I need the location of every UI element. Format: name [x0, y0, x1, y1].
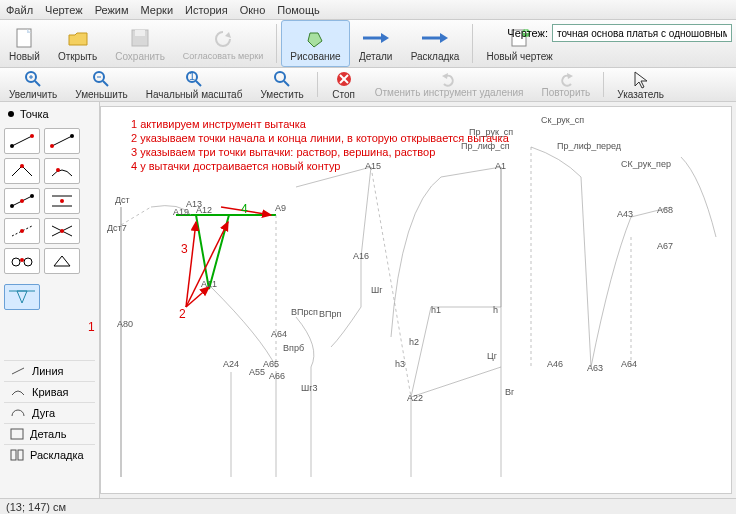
view-toolbar: Увеличить Уменьшить 1 Начальный масштаб … — [0, 68, 736, 102]
tool-9[interactable] — [4, 248, 40, 274]
drawing-name-field: Чертеж: — [507, 24, 732, 42]
svg-point-22 — [275, 72, 285, 82]
redo-button[interactable]: Повторить — [533, 68, 600, 101]
pt: Пр_лиф_перед — [557, 141, 621, 151]
svg-line-79 — [361, 167, 371, 257]
zoom-out-button[interactable]: Уменьшить — [66, 68, 136, 101]
zoom-in-button[interactable]: Увеличить — [0, 68, 66, 101]
layout-button[interactable]: Раскладка — [402, 20, 469, 67]
layout-icon — [10, 449, 24, 461]
detail-panel[interactable]: Деталь — [4, 423, 95, 444]
pt: А11 — [201, 279, 217, 289]
svg-rect-3 — [135, 30, 145, 36]
svg-line-55 — [54, 256, 62, 266]
tool-6[interactable] — [44, 188, 80, 214]
pt: Дст7 — [107, 223, 127, 233]
dart-tool[interactable] — [4, 284, 40, 310]
svg-line-78 — [296, 167, 371, 187]
drawing-icon — [304, 27, 326, 49]
svg-point-34 — [50, 144, 54, 148]
dart-tools — [4, 284, 95, 310]
pt: А80 — [117, 319, 133, 329]
pt: А43 — [617, 209, 633, 219]
menubar: Файл Чертеж Режим Мерки История Окно Пом… — [0, 0, 736, 20]
drawing-label: Чертеж: — [507, 27, 548, 39]
tool-8[interactable] — [44, 218, 80, 244]
layout-panel[interactable]: Раскладка — [4, 444, 95, 465]
pt: А64 — [271, 329, 287, 339]
svg-line-30 — [12, 136, 32, 146]
pt: Ск_рук_сп — [541, 115, 584, 125]
pt: А9 — [275, 203, 286, 213]
svg-line-86 — [441, 167, 501, 177]
svg-marker-27 — [442, 73, 448, 79]
svg-point-46 — [60, 199, 64, 203]
details-button[interactable]: Детали — [350, 20, 402, 67]
undo-button[interactable]: Отменить инструмент удаления — [366, 68, 533, 101]
svg-line-90 — [581, 177, 591, 367]
save-button[interactable]: Сохранить — [106, 20, 174, 67]
stop-button[interactable]: Стоп — [322, 68, 366, 101]
zoom-fit-button[interactable]: 1 Начальный масштаб — [137, 68, 252, 101]
agree-button[interactable]: Согласовать мерки — [174, 20, 272, 67]
pt: h2 — [409, 337, 419, 347]
pt: А15 — [365, 161, 381, 171]
point-section[interactable]: Точка — [4, 106, 95, 122]
tool-2[interactable] — [44, 128, 80, 154]
svg-marker-8 — [440, 33, 448, 43]
pt: А67 — [657, 241, 673, 251]
drawing-mode-button[interactable]: Рисование — [281, 20, 349, 67]
tool-7[interactable] — [4, 218, 40, 244]
menu-window[interactable]: Окно — [240, 4, 266, 16]
svg-rect-63 — [18, 450, 23, 460]
menu-help[interactable]: Помощь — [277, 4, 320, 16]
svg-line-37 — [22, 166, 32, 176]
svg-line-17 — [103, 81, 108, 86]
zoom-reset-icon: 1 — [185, 70, 203, 88]
new-button[interactable]: Новый — [0, 20, 49, 67]
pt: Дст — [115, 195, 130, 205]
new-icon — [13, 27, 35, 49]
svg-point-41 — [10, 204, 14, 208]
point-label: Точка — [20, 108, 49, 120]
pt: Пр_рук_сп — [469, 127, 513, 137]
pointer-button[interactable]: Указатель — [608, 68, 673, 101]
pt: h — [493, 305, 498, 315]
svg-line-56 — [62, 256, 70, 266]
curve-panel[interactable]: Кривая — [4, 381, 95, 402]
svg-point-31 — [10, 144, 14, 148]
pt: Вг — [505, 387, 514, 397]
tool-3[interactable] — [4, 158, 40, 184]
tool-10[interactable] — [44, 248, 80, 274]
pt: А55 — [249, 367, 265, 377]
svg-rect-61 — [11, 429, 23, 439]
fit-button[interactable]: Уместить — [251, 68, 312, 101]
pt: А1 — [495, 161, 506, 171]
line-panel[interactable]: Линия — [4, 360, 95, 381]
zoom-in-icon — [24, 70, 42, 88]
svg-line-68 — [186, 287, 209, 307]
svg-point-38 — [20, 164, 24, 168]
tool-4[interactable] — [44, 158, 80, 184]
status-coords: (13; 147) см — [6, 501, 66, 513]
pt: А66 — [269, 371, 285, 381]
menu-measures[interactable]: Мерки — [141, 4, 173, 16]
pt: А65 — [263, 359, 279, 369]
drawing-canvas[interactable]: 1 активируем инструмент вытачка 2 указыв… — [100, 106, 732, 494]
drawing-name-input[interactable] — [552, 24, 732, 42]
menu-drawing[interactable]: Чертеж — [45, 4, 83, 16]
pt: Пр_лиф_сп — [461, 141, 510, 151]
menu-history[interactable]: История — [185, 4, 228, 16]
pt: А22 — [407, 393, 423, 403]
tool-1[interactable] — [4, 128, 40, 154]
pt: А63 — [587, 363, 603, 373]
tool-5[interactable] — [4, 188, 40, 214]
menu-file[interactable]: Файл — [6, 4, 33, 16]
tool-panel: Точка Линия Кривая Дуга Деталь Раскладка — [0, 102, 100, 498]
pt: А46 — [547, 359, 563, 369]
open-button[interactable]: Открыть — [49, 20, 106, 67]
svg-point-54 — [20, 258, 24, 262]
arc-panel[interactable]: Дуга — [4, 402, 95, 423]
redo-icon — [557, 72, 575, 86]
menu-mode[interactable]: Режим — [95, 4, 129, 16]
